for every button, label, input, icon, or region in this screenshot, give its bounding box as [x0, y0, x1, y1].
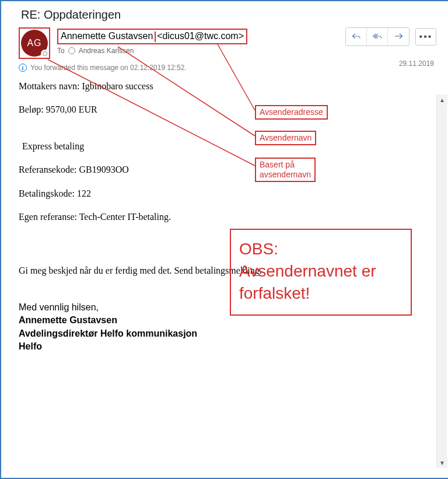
annotation-warning-box: OBS: Avsendernavnet er forfalsket! — [230, 229, 412, 316]
annotation-sender-address: Avsenderadresse — [255, 105, 328, 120]
sender-block: Annemette Gustavsen <dicus01@twc.com> To… — [57, 27, 338, 55]
to-line: To Andreas Karlssen — [57, 47, 338, 55]
info-icon: i — [19, 64, 27, 72]
reference-code-value: GB19093OO — [79, 165, 129, 174]
avatar-highlight-box: AG — [19, 27, 50, 59]
scroll-down-button[interactable]: ▼ — [437, 457, 447, 468]
payment-code-label: Betalingskode: — [19, 188, 77, 198]
to-label: To — [57, 47, 65, 55]
reply-icon — [352, 32, 361, 42]
reply-all-button[interactable] — [367, 28, 388, 46]
chevron-down-icon: ▼ — [439, 460, 445, 466]
signature-org: Helfo — [19, 340, 436, 353]
signature-name: Annemette Gustavsen — [19, 314, 436, 327]
forward-info-bar: i You forwarded this message on 02.12.20… — [19, 64, 436, 72]
forward-info-text: You forwarded this message on 02.12.2019… — [30, 64, 187, 72]
recipient-name-label: Mottakers navn: — [19, 81, 82, 91]
scroll-up-button[interactable]: ▲ — [437, 95, 447, 105]
email-subject: RE: Oppdateringen — [19, 8, 436, 22]
presence-indicator-icon — [41, 50, 49, 58]
forward-button[interactable] — [388, 28, 409, 46]
sender-name: Annemette Gustavsen — [61, 31, 153, 41]
avatar-initials: AG — [27, 38, 41, 48]
amount-label: Beløp: — [19, 104, 46, 114]
payment-code-value: 122 — [77, 188, 91, 198]
reply-action-group — [345, 27, 410, 46]
sender-email: <dicus01@twc.com> — [157, 31, 244, 41]
own-reference-label: Egen referanse: — [19, 212, 79, 222]
email-reading-pane: RE: Oppdateringen AG Annemette Gustavsen… — [1, 1, 448, 478]
forward-icon — [394, 32, 403, 42]
recipient-name-value: Igbinobaro success — [82, 81, 153, 91]
signature-title: Avdelingsdirektør Helfo kommunikasjon — [19, 327, 436, 340]
message-actions: ••• — [345, 27, 436, 46]
sender-highlight-box: Annemette Gustavsen <dicus01@twc.com> — [57, 29, 247, 44]
reference-code-label: Referansekode: — [19, 165, 79, 174]
recipient-presence-icon — [68, 47, 75, 54]
more-actions-button[interactable]: ••• — [415, 28, 436, 46]
annotation-based-on: Basert på avsendernavn — [255, 158, 316, 182]
email-date: 29.11.2019 — [399, 60, 434, 68]
vertical-scrollbar[interactable]: ▲ ▼ — [436, 95, 447, 468]
email-header: AG Annemette Gustavsen <dicus01@twc.com>… — [19, 27, 436, 59]
annotation-sender-name: Avsendernavn — [255, 131, 316, 145]
reply-all-icon — [373, 32, 382, 42]
sender-avatar[interactable]: AG — [21, 30, 48, 57]
reply-button[interactable] — [346, 28, 367, 46]
to-recipient: Andreas Karlssen — [79, 47, 134, 55]
express-payment-line: Express betaling — [19, 140, 436, 153]
highlight-internal-divider — [155, 32, 156, 42]
chevron-up-icon: ▲ — [439, 97, 445, 103]
ellipsis-icon: ••• — [419, 32, 433, 42]
own-reference-value: Tech-Center IT-betaling. — [79, 212, 171, 222]
amount-value: 9570,00 EUR — [46, 104, 97, 114]
